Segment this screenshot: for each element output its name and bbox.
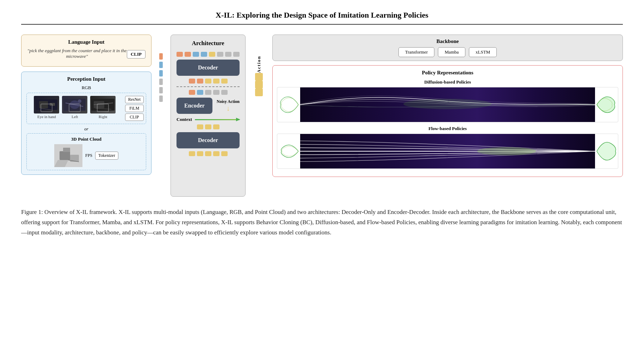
svg-point-20 (477, 147, 536, 155)
diffusion-left-curves (277, 87, 300, 122)
noisy-action-area: Noisy Action ↓ (217, 99, 240, 112)
dot-gray5 (213, 90, 219, 95)
diffusion-trajectories (300, 87, 595, 122)
diffusion-title: Diffusion-based Policies (277, 79, 618, 85)
context-arrow (195, 119, 240, 120)
encoder-block: Encoder (177, 98, 212, 114)
eye-cam-img (34, 96, 59, 113)
dot-yellow6 (205, 124, 211, 129)
or-text: or (26, 126, 146, 132)
dot-gray3 (233, 52, 240, 57)
page-title: X-IL: Exploring the Design Space of Imit… (21, 11, 623, 25)
clip-badge: CLIP (127, 50, 145, 59)
flow-center-img (300, 134, 595, 168)
svg-point-19 (403, 99, 492, 109)
dot-row-bot2 (177, 151, 240, 156)
arch-right-connectors: Action (252, 35, 266, 117)
flow-left-curves (277, 134, 300, 169)
diffusion-viz (277, 87, 618, 122)
flow-trajectories (300, 134, 595, 168)
dot-yellow11 (213, 151, 219, 156)
caption-area: Figure 1: Overview of X-IL framework. X-… (21, 207, 623, 238)
dot-yellow4 (221, 79, 228, 84)
dot-gray6 (221, 90, 228, 95)
svg-rect-13 (60, 151, 70, 160)
dot-row-mid1 (177, 79, 240, 84)
dot-blue2 (201, 52, 207, 57)
rgb-label: RGB (26, 85, 146, 91)
eye-cam-label: Eye in hand (37, 115, 56, 119)
svg-marker-18 (236, 118, 240, 121)
rgb-inner: Eye in hand Left (26, 93, 146, 124)
dot-yellow3 (213, 79, 219, 84)
decoder2-block: Decoder (177, 132, 240, 148)
yellow-sq3 (255, 88, 263, 96)
language-input-title: Language Input (27, 39, 145, 45)
svg-point-7 (78, 99, 81, 103)
connector-bar-blue1 (159, 62, 163, 68)
eye-in-hand-cam: Eye in hand (34, 96, 59, 119)
encoder-row: Encoder Noisy Action ↓ (177, 98, 240, 114)
flow-viz (277, 134, 618, 169)
dot-yellow9 (197, 151, 203, 156)
policy-representations-title: Policy Representations (277, 70, 618, 76)
encoder-options: ResNet FiLM CLIP (125, 96, 144, 121)
dot-orange5 (189, 90, 195, 95)
dot-yellow7 (213, 124, 219, 129)
connector-bar-gray1 (159, 79, 163, 85)
yellow-sq2 (255, 81, 263, 88)
dot-gray1 (217, 52, 223, 57)
connector-bar-blue2 (159, 70, 163, 76)
language-input-text: "pick the eggplant from the counter and … (27, 48, 127, 59)
diffusion-section: Diffusion-based Policies (277, 79, 618, 122)
film-badge: FiLM (125, 105, 144, 112)
dot-yellow5 (197, 124, 203, 129)
flow-right-curves (595, 134, 618, 169)
svg-rect-1 (39, 101, 48, 108)
dot-yellow8 (189, 151, 195, 156)
left-cam: Left (62, 96, 87, 119)
action-label: Action (256, 56, 262, 73)
dot-yellow1 (209, 52, 215, 57)
fps-label: FPS (85, 153, 92, 158)
architecture-box: Architecture Decoder (171, 35, 246, 197)
left-cam-label: Left (72, 115, 78, 119)
yellow-sq1 (255, 73, 263, 81)
dot-yellow10 (205, 151, 211, 156)
flow-section: Flow-based Policies (277, 126, 618, 169)
noisy-action-label: Noisy Action (217, 99, 240, 104)
dot-orange4 (197, 79, 203, 84)
down-arrow: ↓ (217, 104, 240, 112)
context-row: Context (177, 117, 240, 122)
tokenizer-badge: Tokenizer (95, 152, 118, 160)
perception-input-box: Perception Input RGB (21, 72, 151, 175)
dot-orange3 (189, 79, 195, 84)
point-cloud-img (54, 144, 82, 167)
dot-orange1 (177, 52, 183, 57)
architecture-wrapper: Architecture Decoder (171, 35, 246, 197)
language-input-box: Language Input "pick the eggplant from t… (21, 35, 151, 67)
xlstm-badge: xLSTM (469, 47, 497, 57)
backbone-box: Backbone Transformer Mamba xLSTM (272, 35, 623, 61)
svg-rect-2 (50, 103, 55, 106)
right-cam-img (90, 96, 116, 113)
dot-row-top (177, 52, 240, 57)
connector-bar-orange (159, 53, 163, 60)
backbone-options: Transformer Mamba xLSTM (278, 47, 617, 57)
right-column: Backbone Transformer Mamba xLSTM Policy … (272, 35, 623, 177)
dot-orange2 (185, 52, 191, 57)
diagram-area: Language Input "pick the eggplant from t… (21, 35, 623, 197)
backbone-title: Backbone (278, 38, 617, 44)
dot-gray4 (205, 90, 211, 95)
left-cam-img (62, 96, 87, 113)
svg-rect-14 (63, 148, 70, 152)
decoder-block: Decoder (177, 60, 240, 76)
left-column: Language Input "pick the eggplant from t… (21, 35, 151, 175)
left-arch-connectors (158, 35, 164, 131)
dot-blue1 (193, 52, 199, 57)
transformer-badge: Transformer (398, 47, 435, 57)
camera-row: Eye in hand Left (29, 96, 121, 119)
point-cloud-box: 3D Point Cloud FPS Tokenizer (26, 133, 146, 170)
perception-input-title: Perception Input (26, 76, 146, 82)
point-cloud-row: FPS Tokenizer (30, 144, 143, 167)
